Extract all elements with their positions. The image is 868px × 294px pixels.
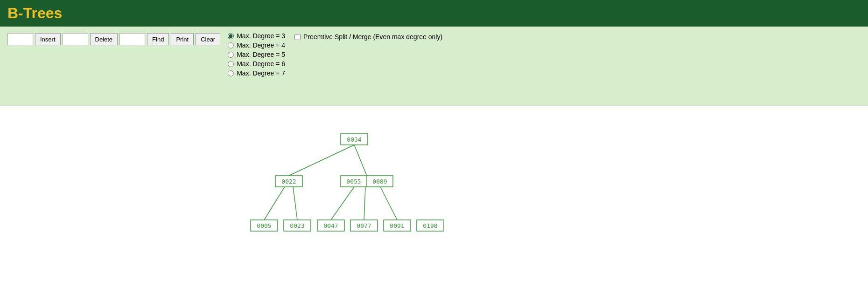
find-button[interactable]: Find xyxy=(147,33,169,45)
app-header: B-Trees xyxy=(0,0,868,27)
toolbar-controls: Insert Delete Find Print Clear xyxy=(7,31,220,45)
preemtive-label[interactable]: Preemtive Split / Merge (Even max degree… xyxy=(294,32,442,41)
root-node-text: 0034 xyxy=(347,136,361,143)
lr-node-text: 0023 xyxy=(290,222,304,229)
left-node-text: 0022 xyxy=(281,178,296,185)
rl-node-text: 0047 xyxy=(323,222,338,229)
degree-6-label[interactable]: Max. Degree = 6 xyxy=(228,60,285,68)
tree-svg: 0034 0022 0055 0089 0005 0023 0047 0077 … xyxy=(0,106,868,273)
degree-4-radio[interactable] xyxy=(228,42,234,48)
degree-6-radio[interactable] xyxy=(228,61,234,67)
line-right-rm xyxy=(364,187,365,220)
line-root-right xyxy=(354,145,367,176)
preemtive-checkbox[interactable] xyxy=(294,34,301,40)
options-panel: Max. Degree = 3 Max. Degree = 4 Max. Deg… xyxy=(228,31,442,77)
degree-7-label[interactable]: Max. Degree = 7 xyxy=(228,69,285,77)
line-left-ll xyxy=(264,187,285,220)
degree-7-radio[interactable] xyxy=(228,70,234,76)
rr2-node-text: 0198 xyxy=(423,222,437,229)
delete-button[interactable]: Delete xyxy=(90,33,118,45)
ll-node-text: 0005 xyxy=(257,222,271,229)
line-root-left xyxy=(289,145,354,176)
rr1-node-text: 0091 xyxy=(390,222,404,229)
right-node-text-0055: 0055 xyxy=(346,178,361,185)
insert-input[interactable] xyxy=(7,33,33,45)
find-input[interactable] xyxy=(119,33,145,45)
line-right-rr xyxy=(380,187,397,220)
line-left-lr xyxy=(293,187,297,220)
insert-button[interactable]: Insert xyxy=(35,33,61,45)
degree-4-label[interactable]: Max. Degree = 4 xyxy=(228,41,285,49)
rm-node-text: 0077 xyxy=(357,222,371,229)
right-node-text-0089: 0089 xyxy=(372,178,387,185)
delete-input[interactable] xyxy=(63,33,88,45)
degree-radio-group: Max. Degree = 3 Max. Degree = 4 Max. Deg… xyxy=(228,32,285,77)
tree-canvas: 0034 0022 0055 0089 0005 0023 0047 0077 … xyxy=(0,106,868,273)
preemtive-option: Preemtive Split / Merge (Even max degree… xyxy=(294,32,442,41)
print-button[interactable]: Print xyxy=(171,33,194,45)
degree-3-label[interactable]: Max. Degree = 3 xyxy=(228,32,285,40)
line-right-rl xyxy=(331,187,354,220)
app-title: B-Trees xyxy=(7,5,861,22)
toolbar: Insert Delete Find Print Clear Max. Degr… xyxy=(0,27,868,106)
degree-3-radio[interactable] xyxy=(228,33,234,39)
degree-5-radio[interactable] xyxy=(228,52,234,58)
degree-5-label[interactable]: Max. Degree = 5 xyxy=(228,51,285,58)
clear-button[interactable]: Clear xyxy=(196,33,220,45)
